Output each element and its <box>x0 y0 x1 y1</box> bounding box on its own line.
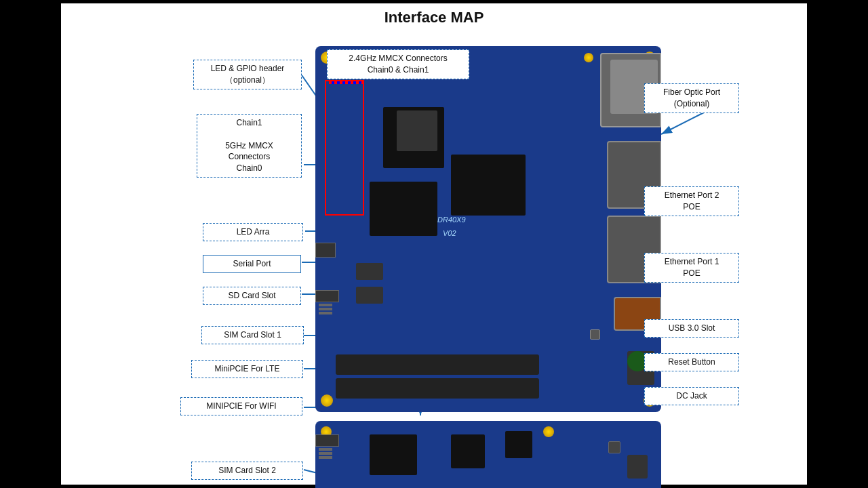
led-gpio-label: LED & GPIO header （optional） <box>193 60 302 89</box>
serial-port-label: Serial Port <box>203 255 301 273</box>
minipcie-lte-label: MiniPCIE For LTE <box>191 360 303 378</box>
dc-jack-label: DC Jack <box>644 387 739 405</box>
mmcx-24-label: 2.4GHz MMCX Connectors Chain0 & Chain1 <box>327 49 469 79</box>
sim2-label: SIM Card Slot 2 <box>191 462 303 480</box>
eth1-label: Ethernet Port 1 POE <box>644 253 739 283</box>
sd-card-label: SD Card Slot <box>203 287 301 305</box>
board-bottom <box>315 421 661 488</box>
sim1-label: SIM Card Slot 1 <box>201 326 304 344</box>
fiber-port-label: Fiber Optic Port (Optional) <box>644 83 739 113</box>
eth2-label: Ethernet Port 2 POE <box>644 186 739 216</box>
minipcie-wifi-label: MINIPCIE For WIFI <box>180 397 302 415</box>
page-title: Interface MAP <box>61 3 807 29</box>
usb30-label: USB 3.0 Slot <box>644 319 739 338</box>
reset-label: Reset Button <box>644 353 739 371</box>
led-array-label: LED Arra <box>203 223 303 241</box>
mmcx-5g-label: Chain1 5GHz MMCX Connectors Chain0 <box>197 114 302 178</box>
board-top: DR40X9 V02 <box>315 46 661 412</box>
